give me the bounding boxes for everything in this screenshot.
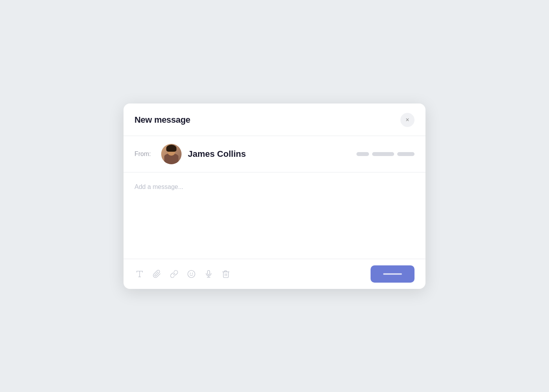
- avatar-hair: [166, 145, 176, 152]
- modal-title: New message: [135, 115, 190, 125]
- toolbar: [124, 259, 425, 289]
- sender-name: James Collins: [188, 149, 350, 159]
- message-area[interactable]: [124, 172, 425, 259]
- placeholder-line-1: [356, 152, 369, 156]
- emoji-icon[interactable]: [186, 269, 196, 279]
- send-button-indicator: [383, 273, 402, 275]
- from-section: From: James Collins: [124, 136, 425, 172]
- avatar: [161, 144, 182, 164]
- close-button[interactable]: ×: [400, 113, 414, 127]
- svg-rect-3: [207, 270, 210, 274]
- from-placeholder-lines: [356, 152, 414, 156]
- placeholder-line-2: [372, 152, 394, 156]
- send-button[interactable]: [371, 265, 414, 283]
- attachment-icon[interactable]: [152, 269, 162, 279]
- toolbar-icons: [135, 269, 364, 279]
- text-format-icon[interactable]: [135, 269, 145, 279]
- svg-point-0: [188, 270, 195, 277]
- placeholder-line-3: [397, 152, 414, 156]
- link-icon[interactable]: [169, 269, 179, 279]
- from-label: From:: [135, 151, 155, 158]
- avatar-image: [161, 144, 182, 164]
- microphone-icon[interactable]: [204, 269, 214, 279]
- modal-header: New message ×: [124, 103, 425, 136]
- message-input[interactable]: [135, 183, 414, 246]
- trash-icon[interactable]: [221, 269, 231, 279]
- new-message-modal: New message × From: James Collins: [124, 103, 425, 289]
